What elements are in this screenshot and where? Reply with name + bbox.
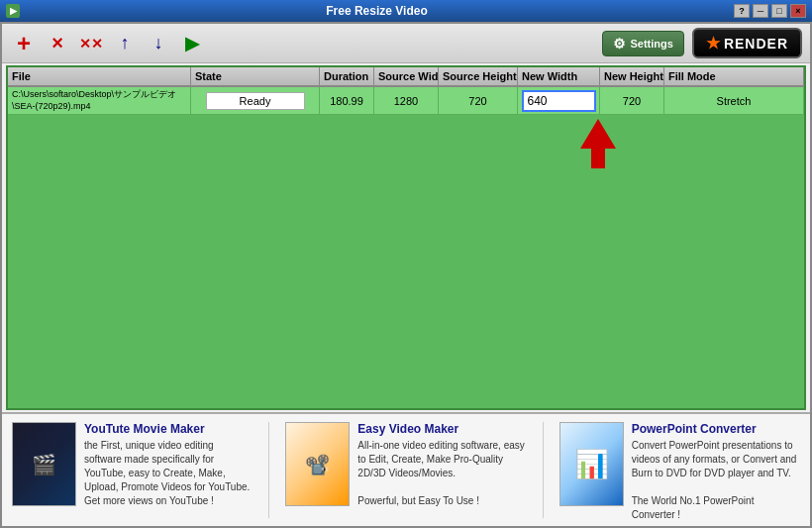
ad-text-easy: Easy Video Maker All-in-one video editin…: [357, 422, 526, 518]
ad-item-youtube[interactable]: 🎬 YouTute Movie Maker the First, unique …: [12, 422, 253, 518]
ad-item-easy[interactable]: 📽️ Easy Video Maker All-in-one video edi…: [285, 422, 526, 518]
arrow-up-icon: [580, 119, 616, 149]
clear-button[interactable]: ✕✕: [77, 30, 105, 57]
toolbar-left: + × ✕✕ ↑ ↓ ▶: [10, 30, 206, 57]
col-new-width: New Width: [518, 67, 600, 85]
toolbar: + × ✕✕ ↑ ↓ ▶ ⚙ Settings ★ RENDER: [2, 24, 810, 63]
ad-image-easy: 📽️: [285, 422, 350, 506]
ads-section: 🎬 YouTute Movie Maker the First, unique …: [2, 412, 810, 526]
title-bar: ▶ Free Resize Video ? ─ □ ×: [0, 0, 812, 22]
ad-title-ppt: PowerPoint Converter: [632, 422, 800, 436]
cell-source-height: 720: [439, 87, 518, 114]
add-button[interactable]: +: [10, 30, 38, 57]
window-title: Free Resize Video: [20, 4, 734, 18]
render-button[interactable]: ★ RENDER: [692, 28, 802, 58]
cell-new-width[interactable]: [518, 87, 600, 114]
ad-text-youtube: YouTute Movie Maker the First, unique vi…: [84, 422, 253, 518]
app-icon: ▶: [6, 4, 20, 18]
ad-icon-ppt: 📊: [560, 423, 623, 505]
table-header: File State Duration Source Width Source …: [8, 67, 804, 87]
col-duration: Duration: [320, 67, 374, 85]
table-row: C:\Users\softaro\Desktop\サンプルビデオ\SEA-(72…: [8, 87, 804, 115]
cell-fill-mode: Stretch: [664, 87, 804, 114]
col-source-width: Source Width: [374, 67, 439, 85]
render-logo: ★ RENDER: [706, 34, 788, 53]
ad-desc-ppt: Convert PowerPoint presentations to vide…: [632, 439, 800, 522]
move-up-button[interactable]: ↑: [111, 30, 139, 57]
ad-icon-easy: 📽️: [286, 423, 349, 505]
ad-desc-easy: All-in-one video editing software, easy …: [357, 439, 526, 508]
close-button[interactable]: ×: [790, 4, 806, 18]
play-button[interactable]: ▶: [178, 30, 206, 57]
ad-image-ppt: 📊: [559, 422, 624, 506]
ad-title-youtube: YouTute Movie Maker: [84, 422, 253, 436]
ad-desc-youtube: the First, unique video editing software…: [84, 439, 253, 508]
minimize-button[interactable]: ─: [753, 4, 768, 18]
ad-icon-youtube: 🎬: [13, 423, 75, 505]
ad-item-ppt[interactable]: 📊 PowerPoint Converter Convert PowerPoin…: [559, 422, 800, 518]
window-controls[interactable]: ? ─ □ ×: [734, 4, 806, 18]
ad-text-ppt: PowerPoint Converter Convert PowerPoint …: [632, 422, 800, 518]
ad-divider-1: [268, 422, 269, 518]
arrow-indicator: [580, 119, 616, 168]
col-new-height: New Height: [600, 67, 664, 85]
titlebar-left: ▶: [6, 4, 20, 18]
state-badge: Ready: [206, 92, 305, 110]
cell-duration: 180.99: [320, 87, 374, 114]
col-state: State: [191, 67, 320, 85]
cell-new-height: 720: [600, 87, 664, 114]
ad-title-easy: Easy Video Maker: [357, 422, 526, 436]
col-file: File: [8, 67, 191, 85]
cell-state: Ready: [191, 87, 320, 114]
move-down-button[interactable]: ↓: [145, 30, 172, 57]
ad-divider-2: [543, 422, 544, 518]
settings-label: Settings: [630, 38, 672, 50]
main-window: + × ✕✕ ↑ ↓ ▶ ⚙ Settings ★ RENDER File S: [0, 22, 812, 528]
remove-button[interactable]: ×: [44, 30, 71, 57]
maximize-button[interactable]: □: [771, 4, 787, 18]
toolbar-right: ⚙ Settings ★ RENDER: [602, 28, 802, 58]
cell-file: C:\Users\softaro\Desktop\サンプルビデオ\SEA-(72…: [8, 87, 191, 114]
col-source-height: Source Height: [439, 67, 518, 85]
ad-image-youtube: 🎬: [12, 422, 76, 506]
cell-source-width: 1280: [374, 87, 439, 114]
render-label: RENDER: [724, 36, 788, 52]
help-button[interactable]: ?: [734, 4, 750, 18]
arrow-stem: [591, 149, 605, 168]
settings-gear-icon: ⚙: [613, 36, 626, 52]
settings-button[interactable]: ⚙ Settings: [602, 31, 683, 56]
new-width-input[interactable]: [522, 90, 596, 112]
table-body: C:\Users\softaro\Desktop\サンプルビデオ\SEA-(72…: [8, 87, 804, 408]
file-table: File State Duration Source Width Source …: [6, 65, 806, 410]
col-fill-mode: Fill Mode: [664, 67, 804, 85]
